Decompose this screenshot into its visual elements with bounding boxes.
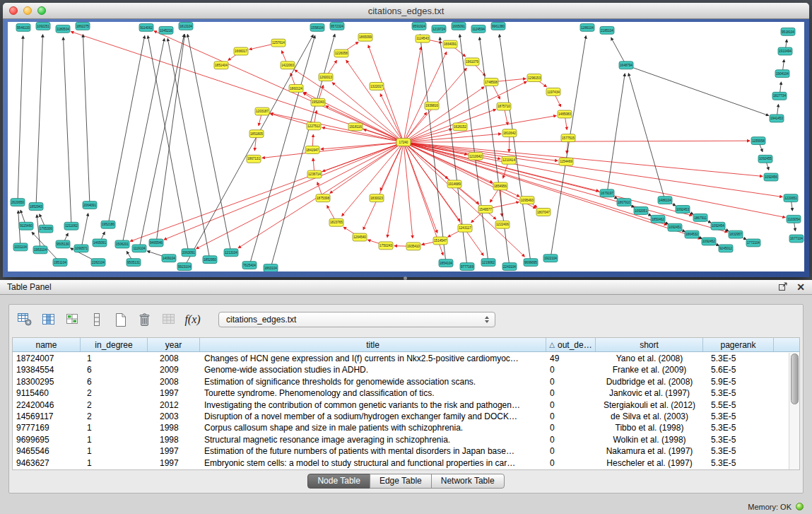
network-node[interactable]: 1154469 [559,158,573,165]
network-node[interactable]: 1935410 [406,243,420,250]
table-row[interactable]: 946554611997Estimation of the future num… [13,445,789,457]
network-node[interactable]: 1514547 [433,237,447,245]
network-node[interactable]: 9518104 [781,28,795,35]
network-edge[interactable] [611,37,626,65]
network-node[interactable]: 1322017 [370,83,384,90]
network-node[interactable]: 1211062 [64,222,78,230]
network-edge[interactable] [36,35,43,206]
network-node[interactable]: 2063091 [182,249,196,257]
network-node[interactable]: 1092454 [711,222,725,230]
table-row[interactable]: 1830029562008Estimation of significance … [13,376,789,387]
network-node[interactable]: 9114062 [139,23,153,31]
network-node[interactable]: 1486104 [658,197,672,204]
network-node[interactable]: 1558104 [310,23,324,31]
network-edge[interactable] [83,35,90,205]
network-edge[interactable] [628,74,665,200]
network-node[interactable]: 2620650 [11,199,25,206]
network-edge[interactable] [387,142,404,238]
network-node[interactable]: 1092051 [634,207,648,215]
cell-short[interactable]: de Silva et al. (2003) [596,411,703,422]
network-node[interactable]: 1222406 [495,221,510,228]
network-edge[interactable] [404,52,447,142]
network-node[interactable]: 1867910 [617,199,631,206]
network-node[interactable]: 1226058 [334,49,348,57]
network-node[interactable]: 1750243 [379,242,393,250]
cell-name[interactable]: 18300295 [13,376,81,387]
network-node[interactable]: 9923104 [177,263,192,271]
import-table-icon[interactable] [159,310,178,329]
network-edge[interactable] [404,112,427,142]
delete-table-icon[interactable] [135,310,154,329]
network-node[interactable]: 1264540 [353,233,367,241]
network-node[interactable]: 1867911 [693,214,707,221]
cell-title[interactable]: Estimation of the future numbers of pati… [200,445,546,457]
network-node[interactable]: 1648794 [619,62,633,69]
scrollbar-thumb[interactable] [791,354,799,404]
cell-title[interactable]: Estimation of significance thresholds fo… [200,376,546,387]
cell-short[interactable]: Tibbo et al. (1998) [596,422,703,433]
cell-indegree[interactable]: 6 [81,364,148,375]
network-edge[interactable] [184,35,313,267]
network-node[interactable]: 1910494 [778,47,792,55]
network-node[interactable]: 1155958 [751,137,765,145]
network-node[interactable]: 1918116 [348,123,363,131]
network-node[interactable]: 1951104 [53,259,67,267]
cell-outde[interactable]: 0 [546,457,596,469]
cell-year[interactable]: 2009 [148,364,200,375]
float-panel-icon[interactable] [779,281,788,293]
cell-outde[interactable]: 49 [546,353,596,364]
cell-name[interactable]: 9465546 [13,445,81,457]
network-edge[interactable] [321,142,404,149]
network-node[interactable]: 1851805 [249,130,264,138]
network-node[interactable]: 1197434 [546,88,560,95]
function-builder-button[interactable]: f(x) [183,310,202,329]
network-edge[interactable] [322,127,404,142]
network-node[interactable]: 1031104 [13,243,28,251]
network-node[interactable]: 1219062 [481,259,495,267]
table-row[interactable]: 2242004622012Investigating the contribut… [13,399,789,411]
new-table-icon[interactable] [111,310,130,329]
cell-short[interactable]: Stergiakouli et al. (2012) [596,399,703,411]
cell-name[interactable]: 14569117 [13,411,81,422]
column-header-indegree[interactable]: in_degree [81,338,148,351]
network-edge[interactable] [122,38,165,244]
network-node[interactable]: 1679197 [600,189,614,197]
cell-short[interactable]: Franke et al. (2009) [596,364,703,375]
cell-pagerank[interactable]: 5.9E-5 [703,376,774,387]
memory-status-indicator[interactable] [796,503,804,510]
network-node[interactable]: 1854104 [439,259,453,267]
network-node[interactable]: 1864532 [685,230,699,238]
cell-outde[interactable]: 0 [546,364,596,375]
cell-pagerank[interactable]: 5.3E-5 [703,434,774,445]
cell-indegree[interactable]: 1 [81,457,148,469]
network-node[interactable]: 1409104 [162,255,176,262]
network-node[interactable]: 1904104 [775,70,789,78]
network-edge[interactable] [148,36,189,253]
network-edge[interactable] [404,142,500,159]
network-node[interactable]: 1286104 [580,23,594,31]
network-node[interactable]: 9699695 [524,259,538,267]
network-edge[interactable] [404,142,413,238]
network-node[interactable]: 9546133 [16,23,30,31]
network-node[interactable]: 1210642 [469,152,483,160]
cell-year[interactable]: 1998 [148,422,200,433]
network-node[interactable]: 1823765 [329,218,343,226]
table-row[interactable]: 1872400712008Changes of HCN gene express… [13,353,789,364]
network-node[interactable]: 1485083 [558,110,572,118]
table-row[interactable]: 911546021997Tourette syndrome. Phenomeno… [13,387,789,399]
network-node[interactable]: 1577515 [561,134,575,142]
network-node[interactable]: 1092456 [764,173,778,181]
network-node[interactable]: 1296153 [527,74,541,82]
cell-short[interactable]: Jankovic et al. (1997) [596,387,703,399]
cell-name[interactable]: 9115460 [13,387,81,399]
cell-indegree[interactable]: 1 [81,422,148,433]
cell-name[interactable]: 19384554 [13,364,81,375]
network-node[interactable]: 1961079 [465,58,479,66]
network-node[interactable]: 1092451 [668,223,682,231]
network-edge[interactable] [607,74,625,193]
cell-outde[interactable]: 0 [546,399,596,411]
cell-short[interactable]: Wolkin et al. (1998) [596,434,703,445]
cell-outde[interactable]: 0 [546,411,596,422]
network-node[interactable]: 1952186 [101,221,115,228]
cell-pagerank[interactable]: 5.3E-5 [703,411,774,422]
